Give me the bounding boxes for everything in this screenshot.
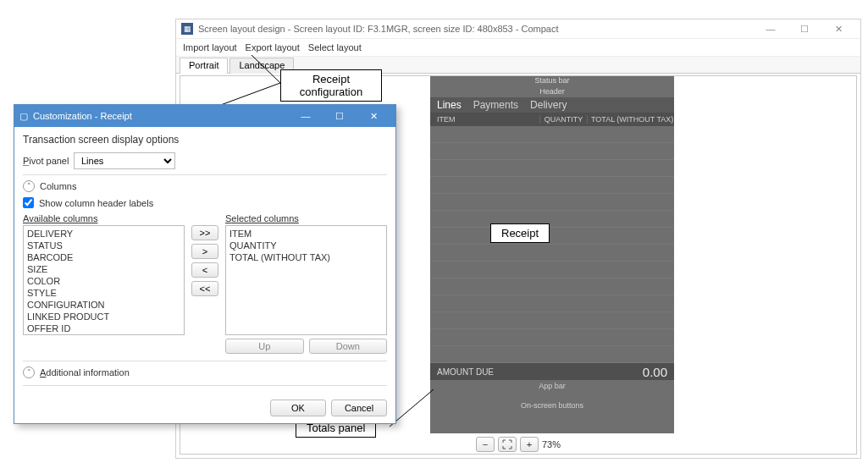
additional-info-label: Additional information (40, 367, 130, 378)
move-all-left-button[interactable]: << (191, 281, 218, 296)
receipt-row (430, 194, 674, 211)
dialog-close-button[interactable]: ✕ (357, 107, 390, 124)
receipt-row (430, 262, 674, 278)
selected-columns-label: Selected columns (225, 213, 387, 223)
list-item[interactable]: COLOR (27, 275, 180, 287)
cancel-button[interactable]: Cancel (331, 400, 387, 416)
dialog-footer: OK Cancel (14, 394, 395, 423)
receipt-row (430, 245, 674, 262)
pivot-tab-payments[interactable]: Payments (473, 99, 518, 111)
move-right-button[interactable]: > (191, 244, 218, 259)
zoom-fit-button[interactable] (498, 437, 517, 452)
list-item[interactable]: CONFIGURATION (27, 299, 180, 311)
dialog-title: Customization - Receipt (33, 111, 132, 121)
col-total: TOTAL (WITHOUT TAX) (588, 115, 674, 124)
dialog-body: Transaction screen display options Pivot… (14, 127, 395, 394)
list-item[interactable]: ITEM (229, 228, 383, 240)
receipt-row (430, 228, 674, 245)
columns-section-label: Columns (40, 181, 76, 191)
zoom-in-button[interactable]: + (520, 437, 539, 452)
show-header-labels-label: Show column header labels (39, 198, 153, 208)
list-item[interactable]: SIZE (27, 263, 180, 275)
device-header-region: Header (430, 85, 674, 97)
move-all-right-button[interactable]: >> (191, 225, 218, 240)
pivot-tab-lines[interactable]: Lines (437, 99, 462, 111)
col-quantity: QUANTITY (540, 115, 588, 124)
tab-portrait[interactable]: Portrait (180, 58, 228, 74)
list-item[interactable]: LINKED PRODUCT (27, 311, 180, 322)
ok-button[interactable]: OK (270, 400, 326, 416)
receipt-row (430, 278, 674, 295)
list-item[interactable]: TOTAL (WITHOUT TAX) (229, 251, 383, 263)
amount-due-label: AMOUNT DUE (437, 367, 494, 377)
list-item[interactable]: ORIGINAL PRICE (27, 334, 180, 335)
pivot-tab-delivery[interactable]: Delivery (530, 99, 567, 111)
receipt-row (430, 329, 674, 346)
list-item[interactable]: STATUS (27, 240, 180, 251)
receipt-row (430, 126, 674, 143)
window-titlebar: ▦ Screen layout design - Screen layout I… (176, 19, 860, 38)
pivot-panel-label: Pivot panel (23, 156, 74, 166)
collapse-columns-icon[interactable]: ˄ (23, 180, 35, 192)
receipt-row (430, 346, 674, 363)
callout-receipt-config: Receipt configuration (280, 69, 382, 102)
dialog-minimize-button[interactable]: — (289, 107, 323, 124)
orientation-tabs: Portrait Landscape (176, 57, 860, 74)
window-title: Screen layout design - Screen layout ID:… (198, 24, 559, 34)
mover-buttons: >> > < << (191, 225, 218, 354)
maximize-button[interactable]: ☐ (788, 20, 821, 37)
move-up-button[interactable]: Up (225, 339, 304, 354)
list-item[interactable]: STYLE (27, 287, 180, 299)
device-status-bar: Status bar (430, 76, 674, 85)
device-pivot-tabs: Lines Payments Delivery (430, 97, 674, 113)
receipt-row (430, 211, 674, 228)
available-columns-label: Available columns (23, 213, 185, 223)
customization-dialog: ▢ Customization - Receipt — ☐ ✕ Transact… (14, 104, 396, 424)
receipt-column-headers: ITEM QUANTITY TOTAL (WITHOUT TAX) (430, 113, 674, 126)
device-preview: Status bar Header Lines Payments Deliver… (430, 76, 674, 433)
callout-receipt: Receipt (490, 223, 550, 243)
designer-toolbar: Import layout Export layout Select layou… (176, 38, 860, 57)
move-left-button[interactable]: < (191, 262, 218, 278)
receipt-row (430, 143, 674, 160)
receipt-row (430, 295, 674, 312)
list-item[interactable]: QUANTITY (229, 240, 383, 251)
minimize-button[interactable]: — (754, 20, 788, 37)
fit-icon (502, 439, 512, 449)
expand-additional-info-icon[interactable]: ˅ (23, 367, 35, 378)
window-controls: — ☐ ✕ (754, 20, 855, 37)
receipt-rows (430, 126, 674, 363)
totals-panel: AMOUNT DUE 0.00 (430, 363, 674, 380)
select-layout-menu[interactable]: Select layout (308, 42, 362, 52)
import-layout-menu[interactable]: Import layout (183, 42, 237, 52)
callout-text: Receipt (501, 227, 539, 240)
dialog-maximize-button[interactable]: ☐ (323, 107, 357, 124)
callout-text: configuration (291, 85, 371, 98)
amount-due-value: 0.00 (643, 365, 667, 379)
device-onscreen-buttons-region: On-screen buttons (430, 392, 674, 419)
dialog-titlebar: ▢ Customization - Receipt — ☐ ✕ (14, 105, 395, 127)
list-item[interactable]: DELIVERY (27, 228, 180, 240)
receipt-row (430, 312, 674, 329)
list-item[interactable]: OFFER ID (27, 322, 180, 334)
zoom-out-button[interactable]: − (476, 437, 495, 452)
receipt-row (430, 177, 674, 194)
list-item[interactable]: BARCODE (27, 251, 180, 263)
callout-text: Receipt (291, 73, 371, 85)
show-header-labels-checkbox[interactable] (23, 197, 34, 208)
pivot-panel-select[interactable]: Lines (74, 152, 175, 169)
receipt-row (430, 160, 674, 177)
close-button[interactable]: ✕ (821, 20, 855, 37)
col-item: ITEM (430, 115, 540, 124)
app-icon: ▦ (181, 23, 193, 35)
move-down-button[interactable]: Down (309, 339, 388, 354)
zoom-control: − + 73% (180, 437, 856, 452)
dialog-subtitle: Transaction screen display options (23, 134, 387, 146)
available-columns-list[interactable]: DELIVERYSTATUSBARCODESIZECOLORSTYLECONFI… (23, 225, 185, 335)
export-layout-menu[interactable]: Export layout (246, 42, 300, 52)
selected-columns-list[interactable]: ITEMQUANTITYTOTAL (WITHOUT TAX) (225, 225, 387, 335)
device-appbar-region: App bar (430, 380, 674, 392)
zoom-value: 73% (542, 439, 561, 449)
